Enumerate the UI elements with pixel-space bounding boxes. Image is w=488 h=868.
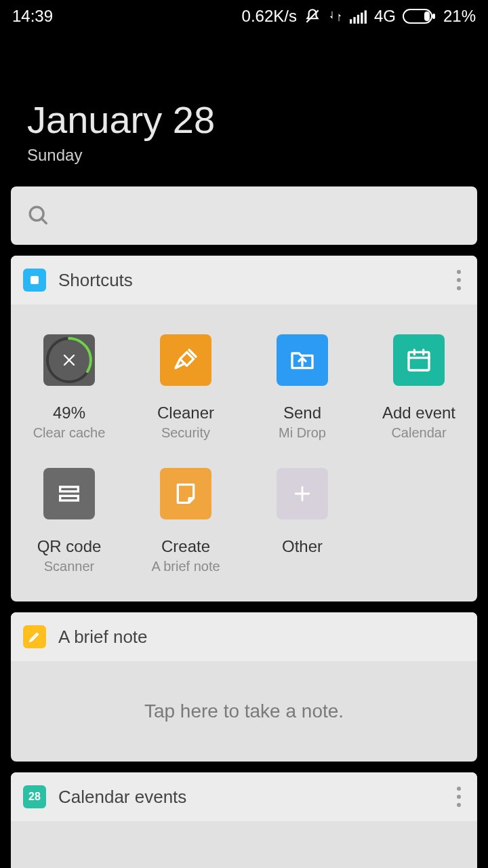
shortcuts-icon (23, 269, 46, 292)
search-icon (27, 204, 50, 227)
shortcut-sub: Mi Drop (279, 425, 326, 441)
shortcuts-title: Shortcuts (58, 270, 133, 291)
note-placeholder: Tap here to take a note. (144, 701, 344, 722)
shortcut-label: QR code (37, 537, 102, 556)
status-right: 0.62K/s 4G 21% (242, 7, 476, 26)
date-weekday: Sunday (27, 146, 488, 165)
signal-icon (350, 9, 367, 24)
network-label: 4G (374, 7, 396, 26)
shortcut-sub: Calendar (391, 425, 446, 441)
shortcut-label: Add event (382, 403, 455, 422)
shortcut-label: Send (283, 403, 321, 422)
svg-rect-2 (353, 17, 355, 24)
date-block: January 28 Sunday (0, 33, 488, 186)
shortcut-sub: Clear cache (33, 425, 106, 441)
calendar-card: 28 Calendar events No events for today. (11, 772, 477, 868)
broom-icon (160, 334, 211, 386)
svg-rect-11 (30, 276, 39, 284)
shortcut-sub: Scanner (44, 559, 95, 574)
clear-cache-icon (43, 334, 95, 386)
shortcut-send[interactable]: Send Mi Drop (244, 334, 361, 441)
svg-rect-5 (365, 10, 367, 24)
more-icon[interactable] (457, 787, 461, 807)
note-header: A brief note (11, 612, 477, 661)
shortcut-add-event[interactable]: Add event Calendar (361, 334, 477, 441)
shortcut-label: Other (282, 537, 323, 556)
svg-rect-8 (424, 12, 430, 21)
calendar-title: Calendar events (58, 787, 186, 808)
calendar-empty: No events for today. (11, 821, 477, 868)
shortcut-label: Create (161, 537, 210, 556)
shortcuts-grid: 49% Clear cache Cleaner Security Send Mi… (11, 304, 477, 601)
more-icon[interactable] (457, 270, 461, 290)
svg-rect-7 (432, 14, 435, 19)
shortcut-qr-code[interactable]: QR code Scanner (11, 468, 127, 574)
svg-line-10 (41, 218, 46, 223)
note-icon (160, 468, 211, 519)
note-input[interactable]: Tap here to take a note. (11, 661, 477, 762)
status-time: 14:39 (12, 7, 53, 26)
shortcut-other[interactable]: Other (244, 468, 361, 574)
svg-rect-20 (60, 496, 79, 500)
pencil-icon (23, 625, 46, 648)
shortcut-clear-cache[interactable]: 49% Clear cache (11, 334, 127, 441)
data-arrows-icon (328, 7, 343, 25)
date-long: January 28 (27, 98, 488, 142)
status-bar: 14:39 0.62K/s 4G 21% (0, 0, 488, 33)
shortcut-label: 49% (53, 403, 85, 422)
calendar-icon (393, 334, 445, 386)
calendar-badge-icon: 28 (23, 785, 46, 808)
search-input[interactable] (11, 186, 477, 245)
shortcut-sub: A brief note (151, 559, 220, 574)
mute-icon (304, 7, 321, 25)
svg-rect-1 (350, 19, 352, 24)
shortcuts-card: Shortcuts 49% Clear cache C (11, 256, 477, 601)
svg-rect-3 (357, 15, 359, 24)
shortcuts-header: Shortcuts (11, 256, 477, 304)
shortcut-cleaner[interactable]: Cleaner Security (127, 334, 244, 441)
plus-icon (277, 468, 328, 519)
net-speed: 0.62K/s (242, 7, 297, 26)
note-title: A brief note (58, 627, 148, 648)
upload-folder-icon (277, 334, 328, 386)
battery-percent: 21% (443, 7, 476, 26)
svg-rect-4 (361, 13, 363, 24)
shortcut-create-note[interactable]: Create A brief note (127, 468, 244, 574)
qr-icon (43, 468, 95, 519)
note-card: A brief note Tap here to take a note. (11, 612, 477, 762)
shortcut-label: Cleaner (157, 403, 214, 422)
calendar-header: 28 Calendar events (11, 772, 477, 821)
shortcut-sub: Security (161, 425, 210, 441)
svg-rect-19 (60, 487, 79, 492)
svg-rect-15 (409, 352, 429, 370)
battery-icon (403, 9, 436, 24)
